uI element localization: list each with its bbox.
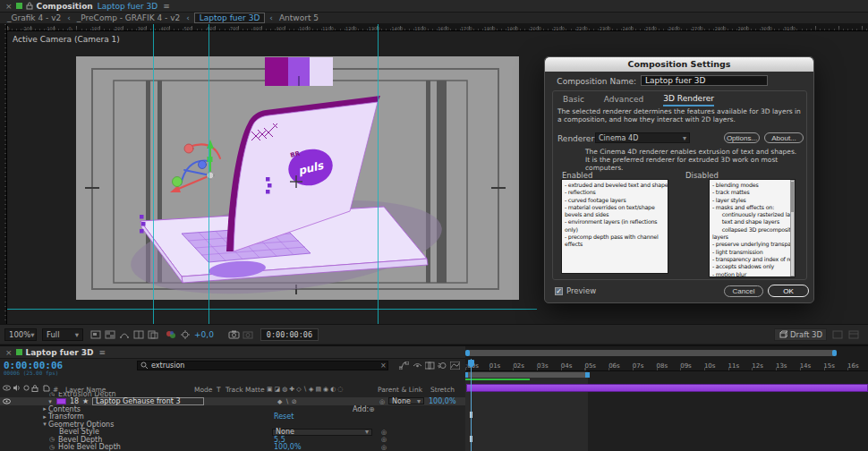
options-button[interactable]: Options... [724, 132, 760, 143]
tab-3d-renderer[interactable]: 3D Renderer [663, 94, 714, 106]
timeline-track-area[interactable]: :00s01s02s03s04s05s06s07s08s09s10s11s12s… [465, 359, 868, 451]
reset-link[interactable]: Reset [274, 413, 294, 421]
render-queue-icon[interactable] [848, 329, 859, 340]
navigator-start-handle[interactable] [465, 350, 470, 356]
breadcrumb-item[interactable]: _Grafik 4 - v2 [7, 13, 61, 22]
exposure-gear-icon[interactable] [180, 329, 191, 340]
property-row-bevel-style[interactable]: Bevel Style None ▾ ◎ [0, 429, 465, 437]
search-input[interactable]: extrusion [151, 362, 184, 370]
timeline-close-icon[interactable]: × [5, 348, 13, 357]
tab-advanced[interactable]: Advanced [604, 95, 643, 106]
hole-bevel-depth-value[interactable]: 100,0% [274, 443, 302, 451]
guide-vertical[interactable] [378, 24, 379, 324]
mask-visibility-icon[interactable] [119, 329, 130, 340]
cancel-button[interactable]: Cancel [724, 285, 763, 297]
preview-checkbox[interactable]: ✓ [555, 287, 563, 295]
camera-view-label[interactable]: Active Camera (Camera 1) [13, 35, 120, 44]
navigator-end-handle[interactable] [832, 350, 837, 356]
property-row-hole-bevel-depth[interactable]: ◷ Hole Bevel Depth 100,0% ◎ [0, 444, 465, 451]
viewport-ruler-horizontal[interactable]: -300-200-1000100200300400500600700800900… [7, 24, 868, 31]
layer-video-eye-icon[interactable] [3, 398, 11, 404]
resolution-dropdown[interactable]: Full ▾ [42, 328, 83, 341]
layer-name-input[interactable]: Laptop Gehause front 3 [92, 397, 204, 405]
clipped-property-row[interactable]: ◷ Extrusion Depth [0, 392, 465, 396]
timeline-tab-title[interactable]: Laptop fuer 3D [26, 348, 94, 357]
gizmo-blue-handle[interactable] [199, 161, 207, 169]
panel-menu-icon[interactable]: ≡ [163, 2, 170, 11]
breadcrumb-item[interactable]: _PreComp - GRAFIK 4 - v2 [77, 13, 180, 22]
draft-3d-toggle[interactable]: Draft 3D [774, 328, 827, 341]
preview-timecode[interactable]: 0:00:00:06 [260, 328, 319, 341]
video-column-icon[interactable] [3, 385, 11, 391]
layer-stretch-value[interactable]: 100,0% [429, 397, 456, 405]
show-snapshot-icon[interactable] [243, 329, 253, 340]
comp-canvas[interactable]: puls BR [76, 56, 519, 300]
bevel-style-dropdown[interactable]: None ▾ [272, 429, 372, 436]
pickwhip-icon[interactable]: ◎ [381, 429, 387, 436]
viewport-ruler-vertical[interactable] [0, 24, 7, 324]
fast-previews-icon[interactable] [832, 329, 843, 340]
panel-comp-name[interactable]: Laptop fuer 3D [98, 2, 157, 11]
exposure-value[interactable]: +0,0 [194, 330, 214, 339]
twirl-icon[interactable]: ▸ [41, 405, 48, 413]
stopwatch-icon[interactable]: ◷ [49, 392, 55, 396]
guide-horizontal[interactable] [7, 309, 537, 310]
disabled-list-scrollbar[interactable] [790, 180, 795, 277]
viewer-lock-icon[interactable] [26, 2, 33, 10]
view-layout-icon[interactable] [133, 329, 144, 340]
panel-close-icon[interactable]: × [5, 2, 13, 11]
property-row-bevel-depth[interactable]: ◷ Bevel Depth 5,5 ◎ [0, 436, 465, 444]
tab-basic[interactable]: Basic [563, 95, 584, 106]
timeline-search-box[interactable]: extrusion [137, 361, 388, 370]
layer-switches[interactable]: ◆∖⊘ [277, 398, 300, 405]
layer-label-color-chip[interactable] [56, 398, 66, 404]
gizmo-red-handle[interactable] [184, 144, 193, 153]
roi-icon[interactable] [90, 329, 101, 340]
gizmo-green-handle[interactable] [173, 177, 183, 187]
label-column-icon[interactable] [43, 385, 50, 392]
parent-pickwhip-icon[interactable]: ◎ [379, 398, 385, 405]
property-row-transform[interactable]: ▸ Transform Reset [0, 413, 465, 421]
comp-name-input[interactable]: Laptop fuer 3D [641, 75, 768, 86]
motion-blur-icon[interactable] [438, 362, 447, 370]
pickwhip-icon[interactable]: ◎ [381, 444, 387, 451]
ok-button[interactable]: OK [768, 285, 809, 297]
timeline-navigator[interactable] [465, 346, 868, 359]
renderer-dropdown[interactable]: Cinema 4D ▾ [595, 132, 690, 143]
frame-blending-icon[interactable] [425, 362, 435, 370]
stopwatch-icon[interactable]: ◷ [49, 436, 55, 443]
time-ruler[interactable]: :00s01s02s03s04s05s06s07s08s09s10s11s12s… [465, 359, 868, 371]
stopwatch-icon[interactable]: ◷ [49, 444, 55, 451]
guide-vertical[interactable] [208, 24, 209, 324]
contents-add-label[interactable]: Add: [353, 405, 369, 413]
3d-transform-gizmo[interactable] [170, 140, 220, 192]
solo-column-icon[interactable] [23, 385, 30, 391]
twirl-icon[interactable]: ▾ [41, 421, 48, 428]
property-row-geometry-options[interactable]: ▾ Geometry Options [0, 421, 465, 429]
scrollbar-thumb[interactable] [791, 182, 794, 212]
pixel-aspect-icon[interactable] [148, 329, 158, 340]
layer-row[interactable]: ▾ 18 ★ Laptop Gehause front 3 ◆∖⊘ ◎ None… [0, 397, 465, 406]
lock-column-icon[interactable] [31, 385, 38, 392]
search-clear-icon[interactable]: × [380, 362, 387, 370]
dialog-title[interactable]: Composition Settings [545, 57, 813, 72]
snapshot-camera-icon[interactable] [228, 329, 239, 340]
pickwhip-icon[interactable]: ◎ [381, 436, 387, 443]
breadcrumb-item-active[interactable]: Laptop fuer 3D [194, 13, 265, 23]
add-icon[interactable]: ⊕ [369, 405, 375, 413]
work-area-start-handle[interactable] [465, 372, 468, 378]
twirl-icon[interactable]: ▸ [41, 413, 48, 421]
layer-twirl-icon[interactable]: ▾ [47, 398, 54, 405]
magnification-dropdown[interactable]: 100% ▾ [4, 328, 37, 341]
transparency-grid-icon[interactable] [105, 329, 115, 340]
comp-mini-flowchart-icon[interactable] [399, 362, 409, 370]
layer-parent-dropdown[interactable]: None ▾ [388, 397, 424, 404]
work-area-end-handle[interactable] [585, 372, 590, 378]
guide-vertical[interactable] [153, 24, 154, 324]
work-area-bar[interactable] [465, 372, 588, 378]
about-button[interactable]: About... [764, 132, 804, 143]
property-row-contents[interactable]: ▸ Contents Add: ⊕ [0, 405, 465, 413]
navigator-bar[interactable] [467, 350, 836, 356]
graph-editor-icon[interactable] [450, 362, 460, 370]
layer-duration-bar[interactable] [466, 384, 868, 392]
